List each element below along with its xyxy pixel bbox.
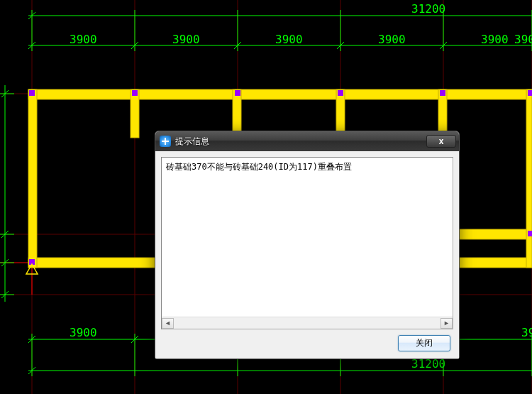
svg-rect-59: [235, 90, 240, 96]
dim-top-5: 3900: [481, 33, 509, 46]
svg-rect-60: [338, 90, 343, 96]
dim-top-1: 3900: [70, 33, 97, 46]
scroll-right-icon[interactable]: ►: [440, 318, 453, 329]
dim-bot-rp: 39: [521, 326, 532, 339]
message-dialog: 提示信息 x 砖基础370不能与砖基础240(ID为117)重叠布置 ◄ ► 关…: [155, 131, 460, 359]
svg-rect-50: [28, 89, 37, 268]
window-close-button[interactable]: x: [426, 135, 456, 148]
info-plus-icon: [160, 136, 171, 147]
dialog-body: 砖基础370不能与砖基础240(ID为117)重叠布置 ◄ ► 关闭: [155, 151, 459, 359]
dialog-title: 提示信息: [175, 136, 426, 148]
dim-top-4: 3900: [378, 33, 406, 46]
svg-rect-58: [132, 90, 138, 96]
dim-bot-1: 3900: [70, 326, 97, 339]
dim-top-rp: 390: [514, 33, 532, 46]
svg-rect-51: [131, 89, 139, 138]
svg-rect-65: [528, 231, 532, 236]
dim-top-3: 3900: [275, 33, 303, 46]
message-textarea[interactable]: 砖基础370不能与砖基础240(ID为117)重叠布置 ◄ ►: [161, 157, 453, 329]
dim-top-2: 3900: [172, 33, 200, 46]
svg-rect-48: [28, 89, 532, 99]
dialog-titlebar[interactable]: 提示信息 x: [155, 131, 459, 151]
svg-rect-61: [440, 90, 445, 96]
svg-rect-57: [29, 90, 35, 96]
scroll-left-icon[interactable]: ◄: [162, 318, 174, 329]
close-button[interactable]: 关闭: [398, 335, 450, 351]
message-text: 砖基础370不能与砖基础240(ID为117)重叠布置: [162, 158, 453, 317]
dim-top-long: 31200: [411, 2, 445, 16]
horizontal-scrollbar[interactable]: ◄ ►: [162, 317, 453, 329]
dialog-button-row: 关闭: [161, 335, 453, 353]
svg-rect-56: [526, 89, 532, 268]
svg-rect-62: [528, 90, 532, 96]
